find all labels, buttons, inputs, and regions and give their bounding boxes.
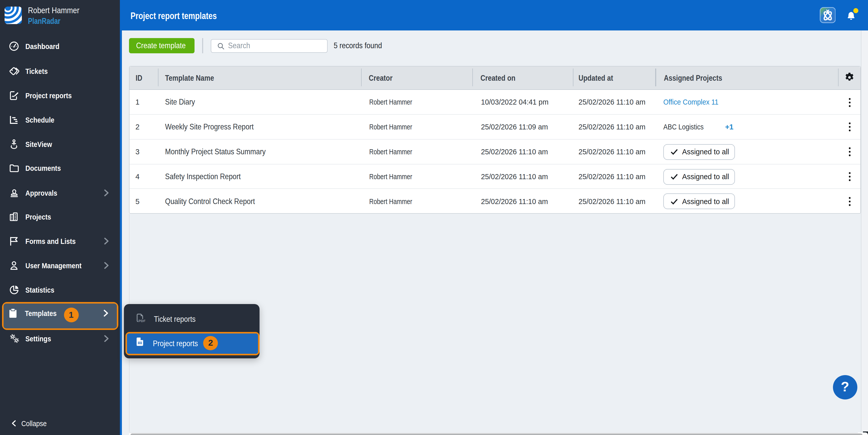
svg-text:PDF: PDF — [139, 319, 146, 323]
